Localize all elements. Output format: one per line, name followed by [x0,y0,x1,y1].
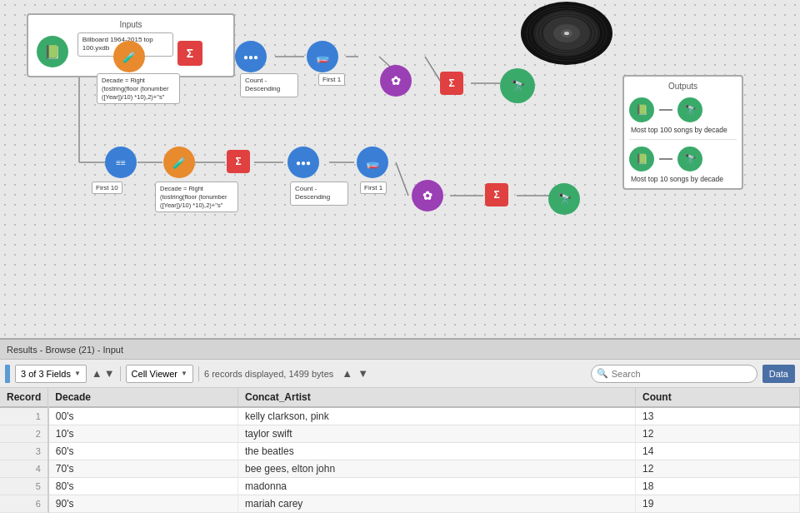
output-label-1: Most top 100 songs by decade [629,126,737,134]
cell-viewer-selector[interactable]: Cell Viewer ▼ [126,365,193,383]
output-row-2: 📗 🔭 [629,143,737,175]
output-binoculars-2[interactable]: 🔭 [678,147,702,172]
col-header-decade: Decade [48,388,238,407]
table-row: 6 90's mariah carey 19 [0,495,800,513]
first1-label-mid: First 1 [360,181,387,194]
data-table-container: Record Decade Concat_Artist Count 1 00's… [0,388,800,532]
summarize-node-3[interactable]: Σ [227,150,250,173]
toolbar-divider-1 [120,366,121,381]
cell-record: 2 [0,425,48,443]
results-title-bar: Results - Browse (21) - Input [0,340,800,360]
first10-label: First 10 [92,181,122,194]
output-binoculars-1[interactable]: 🔭 [678,97,702,122]
table-body: 1 00's kelly clarkson, pink 13 2 10's ta… [0,407,800,513]
cell-concat-artist: bee gees, elton john [238,460,636,478]
row-indicator [5,365,10,383]
table-row: 3 60's the beatles 14 [0,443,800,460]
binoculars-node-2[interactable]: 🔭 [548,183,580,215]
viewer-label: Cell Viewer [132,369,178,379]
cell-decade: 70's [48,460,238,478]
sort-controls: ▲ ▼ [92,367,115,380]
col-header-record: Record [0,388,48,407]
book-node[interactable]: 📗 [37,36,68,67]
svg-point-22 [564,32,569,35]
workflow-canvas[interactable]: Inputs 📗 Billboard 1964-2015 top 100.yxd… [0,0,800,340]
join-node-1[interactable]: ●●● [235,41,267,72]
output-book-1[interactable]: 📗 [629,97,654,122]
col-header-concat-artist: Concat_Artist [238,388,636,407]
fields-selector[interactable]: 3 of 3 Fields ▼ [15,365,87,383]
cell-count: 19 [636,495,800,513]
cell-decade: 80's [48,478,238,495]
cluster-node-1[interactable]: ✿ [380,65,412,97]
binoculars-node-1[interactable]: 🔭 [500,68,535,103]
sort-down-icon[interactable]: ▼ [104,367,115,380]
fields-label: 3 of 3 Fields [21,369,71,379]
svg-line-6 [425,57,442,83]
formula-node-1[interactable]: 🧪 [113,41,145,72]
summarize-node-4[interactable]: Σ [485,183,508,206]
cell-concat-artist: mariah carey [238,495,636,513]
cell-decade: 90's [48,495,238,513]
svg-line-14 [396,162,408,196]
first10-node[interactable]: ≡≡ [105,147,137,178]
cell-concat-artist: taylor swift [238,425,636,443]
filter-node-1[interactable]: 🧫 [307,41,338,72]
toolbar-divider-2 [198,366,199,381]
cell-decade: 60's [48,443,238,460]
cell-count: 12 [636,460,800,478]
viewer-chevron-icon: ▼ [181,370,188,377]
data-button[interactable]: Data [762,365,795,383]
first1-label-top: First 1 [318,73,345,86]
outputs-label: Outputs [629,82,737,91]
output-book-2[interactable]: 📗 [629,147,654,172]
cell-concat-artist: kelly clarkson, pink [238,407,636,425]
cell-record: 5 [0,478,48,495]
summarize-node-1[interactable]: Σ [178,41,202,66]
records-up-icon[interactable]: ▲ [342,367,352,380]
search-input[interactable] [591,365,758,383]
conn-line-out1 [659,109,672,111]
cell-count: 12 [636,425,800,443]
cell-count: 13 [636,407,800,425]
cell-concat-artist: the beatles [238,443,636,460]
formula-label-2: Decade = Right (tostring(floor (tonumber… [155,181,238,212]
inputs-label: Inputs [33,20,228,29]
records-down-icon[interactable]: ▼ [358,367,368,380]
count-label-1: Count - Descending [240,73,298,97]
summarize-node-2[interactable]: Σ [440,72,463,95]
table-row: 1 00's kelly clarkson, pink 13 [0,407,800,425]
sort-up-icon[interactable]: ▲ [92,367,102,380]
table-row: 5 80's madonna 18 [0,478,800,495]
results-title: Results - Browse (21) - Input [7,345,123,355]
count-label-2: Count - Descending [290,181,348,206]
table-row: 2 10's taylor swift 12 [0,425,800,443]
search-box: 🔍 [591,365,758,383]
cell-decade: 10's [48,425,238,443]
records-info: 6 records displayed, 1499 bytes [204,369,333,379]
vinyl-record [517,0,617,67]
data-table: Record Decade Concat_Artist Count 1 00's… [0,388,800,513]
fields-chevron-icon: ▼ [74,370,81,377]
cluster-node-2[interactable]: ✿ [412,180,443,211]
cell-record: 6 [0,495,48,513]
cell-record: 1 [0,407,48,425]
cell-count: 14 [636,443,800,460]
filter-node-2[interactable]: 🧫 [357,147,388,178]
cell-decade: 00's [48,407,238,425]
search-icon: 🔍 [597,368,608,379]
toolbar: 3 of 3 Fields ▼ ▲ ▼ Cell Viewer ▼ 6 reco… [0,360,800,388]
outputs-container: Outputs 📗 🔭 Most top 100 songs by decade… [622,75,743,190]
cell-record: 3 [0,443,48,460]
cell-count: 18 [636,478,800,495]
cell-concat-artist: madonna [238,478,636,495]
table-header-row: Record Decade Concat_Artist Count [0,388,800,407]
bottom-panel: Results - Browse (21) - Input 3 of 3 Fie… [0,340,800,532]
search-wrapper: 🔍 [591,365,758,383]
output-row-1: 📗 🔭 [629,94,737,126]
formula-node-2[interactable]: 🧪 [163,147,195,178]
output-label-2: Most top 10 songs by decade [629,175,737,183]
col-header-count: Count [636,388,800,407]
table-row: 4 70's bee gees, elton john 12 [0,460,800,478]
join-node-2[interactable]: ●●● [288,147,319,178]
